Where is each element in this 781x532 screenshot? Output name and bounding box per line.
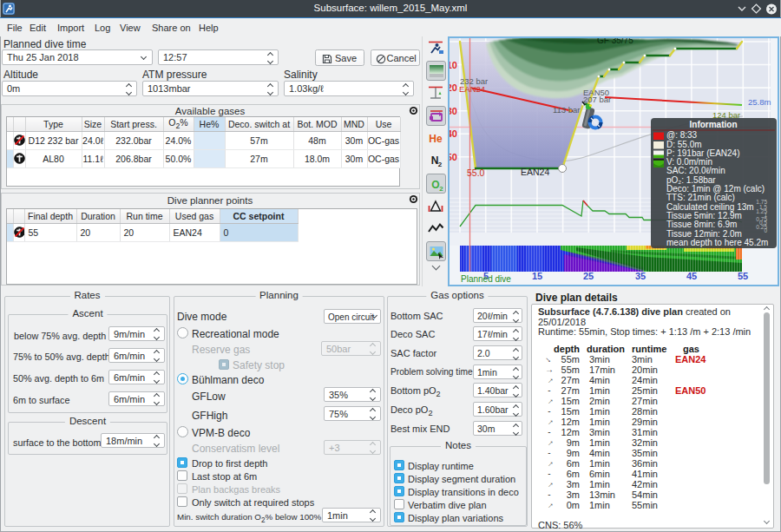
svg-text:35: 35: [635, 271, 646, 281]
svg-text:55.0: 55.0: [467, 167, 485, 178]
svg-text:55: 55: [738, 271, 748, 281]
svg-text:113 bar: 113 bar: [553, 105, 581, 115]
svg-text:0: 0: [764, 227, 767, 233]
svg-text:45: 45: [686, 271, 697, 281]
svg-text:25.8m: 25.8m: [748, 97, 771, 107]
svg-text:EAN24: EAN24: [521, 167, 549, 177]
svg-text:2: 2: [438, 161, 443, 168]
svg-text:207 bar: 207 bar: [583, 95, 611, 104]
svg-text:Information: Information: [690, 120, 738, 129]
svg-text:2: 2: [439, 185, 443, 193]
svg-text:25: 25: [583, 271, 594, 281]
svg-text:He: He: [429, 133, 443, 145]
svg-text:O: O: [431, 179, 439, 191]
svg-text:EAN24: EAN24: [459, 84, 485, 94]
svg-text:mean depth to here 45.2m: mean depth to here 45.2m: [666, 238, 768, 247]
svg-text:15: 15: [532, 271, 542, 281]
svg-text:Planned dive: Planned dive: [461, 274, 511, 284]
